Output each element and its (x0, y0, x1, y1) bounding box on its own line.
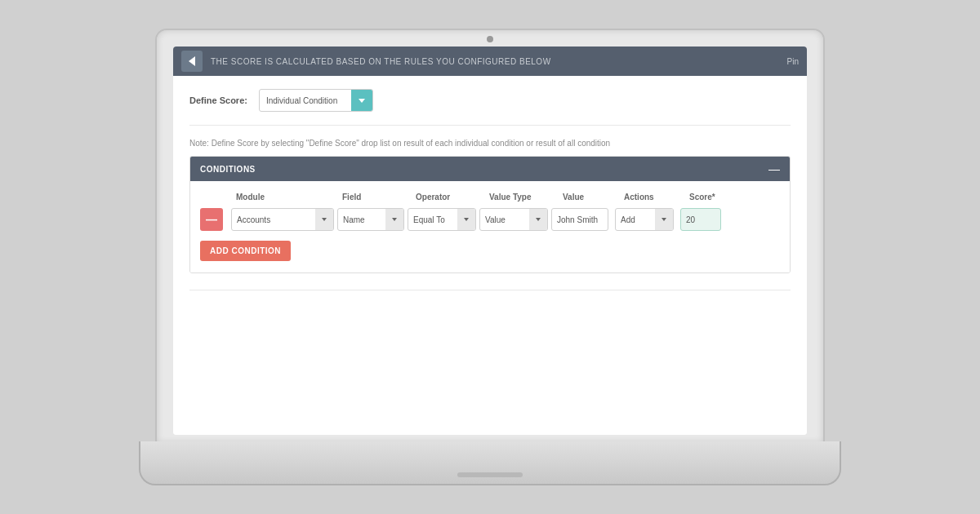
operator-value: Equal To (408, 215, 457, 224)
note-text: Note: Define Score by selecting "Define … (189, 139, 791, 148)
delete-icon: — (206, 214, 217, 225)
table-row: — Accounts (200, 208, 780, 231)
pin-label: Pin (787, 57, 799, 66)
define-score-dropdown-arrow[interactable] (351, 89, 372, 112)
col-header-value-type: Value Type (489, 193, 563, 202)
field-select[interactable]: Name (337, 208, 404, 231)
col-header-score: Score* (689, 193, 738, 202)
main-area[interactable]: Define Score: Individual Condition Note:… (173, 76, 807, 435)
value-input[interactable] (551, 208, 608, 231)
define-score-value: Individual Condition (260, 96, 351, 105)
top-bar-title: THE SCORE IS CALCULATED BASED ON THE RUL… (211, 57, 787, 66)
conditions-body: Module Field Operator Value Type Value A… (190, 181, 790, 273)
action-value: Add (616, 215, 655, 224)
value-type-dropdown-arrow[interactable] (529, 208, 547, 231)
col-header-value: Value (563, 193, 624, 202)
chevron-sm-icon-5 (662, 218, 666, 221)
col-header-actions: Actions (624, 193, 689, 202)
add-condition-button[interactable]: ADD CONDITION (200, 241, 291, 261)
table-headers: Module Field Operator Value Type Value A… (200, 193, 780, 202)
back-arrow-icon (189, 56, 195, 66)
chevron-sm-icon-3 (464, 218, 469, 221)
module-dropdown-arrow[interactable] (315, 208, 333, 231)
collapse-button[interactable]: — (768, 163, 780, 175)
define-score-label: Define Score: (189, 95, 247, 105)
value-type-value: Value (480, 215, 529, 224)
col-header-field: Field (342, 193, 416, 202)
value-type-select[interactable]: Value (479, 208, 548, 231)
module-value: Accounts (232, 215, 315, 224)
delete-button[interactable]: — (200, 208, 223, 231)
app-content: THE SCORE IS CALCULATED BASED ON THE RUL… (173, 47, 807, 435)
conditions-title: CONDITIONS (200, 165, 256, 174)
laptop-camera (487, 36, 493, 42)
action-dropdown-arrow[interactable] (655, 208, 673, 231)
col-header-operator: Operator (416, 193, 489, 202)
operator-dropdown-arrow[interactable] (457, 208, 475, 231)
define-score-row: Define Score: Individual Condition (189, 89, 791, 126)
laptop-screen: THE SCORE IS CALCULATED BASED ON THE RUL… (173, 47, 807, 435)
operator-select[interactable]: Equal To (408, 208, 476, 231)
back-button[interactable] (181, 51, 203, 72)
conditions-panel: CONDITIONS — Module Field Operator Value… (189, 156, 791, 273)
module-select[interactable]: Accounts (231, 208, 334, 231)
field-dropdown-arrow[interactable] (385, 208, 403, 231)
field-value: Name (338, 215, 385, 224)
conditions-header: CONDITIONS — (190, 157, 790, 181)
chevron-sm-icon-2 (392, 218, 397, 221)
divider (189, 290, 791, 290)
action-select[interactable]: Add (615, 208, 674, 231)
col-header-module: Module (236, 193, 342, 202)
score-input[interactable] (680, 208, 721, 231)
chevron-down-icon (359, 99, 365, 103)
laptop-screen-bezel: THE SCORE IS CALCULATED BASED ON THE RUL… (155, 29, 825, 445)
top-bar: THE SCORE IS CALCULATED BASED ON THE RUL… (173, 47, 807, 76)
chevron-sm-icon (322, 218, 327, 221)
define-score-select[interactable]: Individual Condition (259, 89, 373, 112)
chevron-sm-icon-4 (536, 218, 541, 221)
laptop-base (139, 441, 841, 485)
